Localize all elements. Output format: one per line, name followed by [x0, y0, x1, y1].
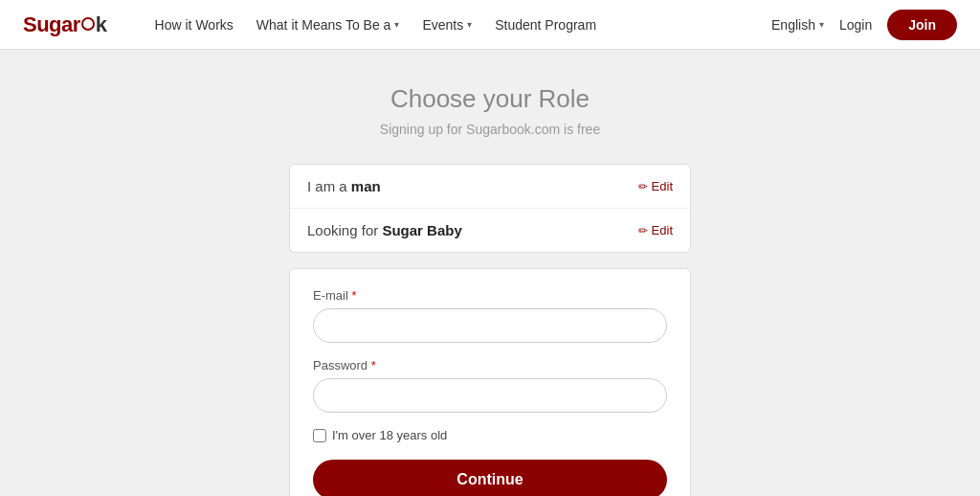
password-label: Password *: [313, 358, 667, 372]
required-star: *: [371, 358, 376, 372]
pencil-icon: ✏: [638, 224, 648, 237]
page-title: Choose your Role: [390, 84, 590, 114]
continue-button[interactable]: Continue: [313, 460, 667, 496]
language-selector[interactable]: English ▾: [771, 17, 824, 33]
role-gender-text: I am a man: [307, 178, 381, 194]
chevron-down-icon: ▾: [467, 19, 472, 30]
role-selection-card: I am a man ✏ Edit Looking for Sugar Baby…: [289, 164, 691, 253]
nav-right: English ▾ Login Join: [771, 10, 957, 40]
signup-form-card: E-mail * Password * I'm over 18 years ol…: [289, 268, 691, 496]
chevron-down-icon: ▾: [819, 19, 824, 30]
navbar: Sugark How it Works What it Means To Be …: [0, 0, 980, 50]
nav-events[interactable]: Events ▾: [412, 11, 481, 38]
age-checkbox-row: I'm over 18 years old: [313, 428, 667, 442]
logo-icon: [81, 17, 95, 31]
join-button[interactable]: Join: [887, 10, 957, 40]
edit-looking-for-button[interactable]: ✏ Edit: [638, 223, 673, 237]
chevron-down-icon: ▾: [394, 19, 399, 30]
main-content: Choose your Role Signing up for Sugarboo…: [0, 50, 980, 496]
nav-what-it-means[interactable]: What it Means To Be a ▾: [247, 11, 410, 38]
logo[interactable]: Sugark: [23, 12, 107, 37]
role-row-looking-for: Looking for Sugar Baby ✏ Edit: [290, 209, 690, 252]
role-gender-value: man: [351, 178, 381, 194]
logo-text: k: [96, 12, 107, 37]
password-input[interactable]: [313, 378, 667, 413]
role-row-gender: I am a man ✏ Edit: [290, 165, 690, 209]
login-button[interactable]: Login: [835, 11, 876, 38]
required-star: *: [351, 288, 356, 303]
age-checkbox-label[interactable]: I'm over 18 years old: [332, 428, 447, 442]
page-subtitle: Signing up for Sugarbook.com is free: [380, 122, 600, 137]
password-group: Password *: [313, 358, 667, 413]
age-checkbox[interactable]: [313, 429, 326, 442]
nav-links: How it Works What it Means To Be a ▾ Eve…: [145, 11, 748, 38]
nav-how-it-works[interactable]: How it Works: [145, 11, 243, 38]
pencil-icon: ✏: [638, 180, 648, 193]
role-looking-for-text: Looking for Sugar Baby: [307, 222, 462, 238]
email-label: E-mail *: [313, 288, 667, 303]
nav-student-program[interactable]: Student Program: [485, 11, 606, 38]
email-input[interactable]: [313, 308, 667, 343]
role-looking-for-value: Sugar Baby: [382, 222, 461, 238]
email-group: E-mail *: [313, 288, 667, 343]
edit-gender-button[interactable]: ✏ Edit: [638, 179, 673, 193]
